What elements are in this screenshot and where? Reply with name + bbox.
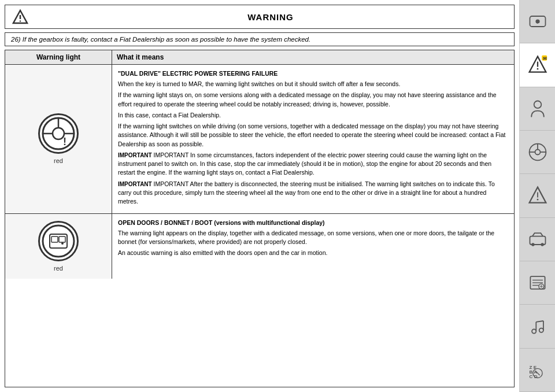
svg-point-41 (532, 330, 536, 334)
warning-light-active-icon: ✉ (527, 54, 548, 75)
sidebar-item-settings-list[interactable] (520, 261, 555, 305)
table-row: red OPEN DOORS / BONNET / BOOT (versions… (5, 214, 514, 279)
car-info-icon: i (527, 11, 548, 32)
row2-title: OPEN DOORS / BONNET / BOOT (versions wit… (118, 219, 508, 227)
svg-line-45 (536, 321, 543, 322)
door-warning-icon (38, 221, 79, 261)
main-content: WARNING 26) If the gearbox is faulty, co… (0, 0, 519, 392)
sidebar-item-warning-light[interactable]: ✉ (520, 43, 555, 87)
icon-label-2: red (54, 265, 63, 272)
warning-title: WARNING (34, 12, 507, 22)
steering-icon (527, 142, 548, 162)
svg-point-42 (539, 328, 543, 332)
sidebar: i ✉ (519, 0, 555, 392)
warning-table: Warning light What it means ! red (5, 50, 515, 387)
row1-p5: IMPORTANT IMPORTANT In some circumstance… (118, 151, 508, 177)
settings-list-icon (527, 272, 548, 293)
icon-cell-1: ! red (5, 65, 112, 213)
sidebar-item-person[interactable] (520, 87, 555, 131)
svg-point-13 (61, 242, 64, 245)
sidebar-item-car-tools[interactable] (520, 218, 555, 261)
alphabet-icon: Z E B A C D (527, 360, 548, 380)
notice-box: 26) If the gearbox is faulty, contact a … (5, 32, 515, 46)
svg-point-9 (43, 225, 74, 257)
car-tools-icon (527, 229, 548, 250)
triangle-warning-icon (527, 185, 548, 206)
icon-label-1: red (54, 157, 63, 164)
row1-p2: If the warning light stays on, on some v… (118, 91, 508, 108)
svg-rect-12 (59, 236, 65, 242)
sidebar-item-alphabet[interactable]: Z E B A C D (520, 349, 555, 392)
music-icon (527, 316, 548, 336)
person-icon (527, 98, 548, 119)
icon-cell-2: red (5, 214, 112, 279)
svg-point-2 (20, 20, 21, 21)
notice-text: 26) If the gearbox is faulty, contact a … (11, 36, 310, 43)
row1-p6: IMPORTANT IMPORTANT After the battery is… (118, 180, 508, 206)
warning-triangle-icon (12, 9, 28, 25)
svg-text:!: ! (63, 136, 66, 147)
steering-warning-icon: ! (38, 113, 79, 154)
svg-point-32 (531, 243, 534, 246)
svg-point-19 (536, 68, 538, 70)
svg-rect-11 (51, 236, 58, 242)
svg-point-4 (53, 128, 64, 139)
row1-title: "DUAL DRIVE" ELECTRIC POWER STEERING FAI… (118, 69, 508, 78)
warning-header: WARNING (5, 5, 515, 29)
row1-p3: In this case, contact a Fiat Dealership. (118, 111, 508, 120)
important-label-2: IMPORTANT (118, 181, 153, 187)
svg-text:✉: ✉ (543, 56, 547, 61)
svg-point-22 (534, 101, 541, 108)
table-header: Warning light What it means (5, 50, 514, 65)
col-warning-header: Warning light (5, 50, 112, 64)
row2-p2: An acoustic warning is also emitted with… (118, 249, 508, 257)
svg-point-24 (535, 150, 540, 155)
row1-p1: When the key is turned to MAR, the warni… (118, 80, 508, 88)
svg-point-30 (536, 199, 538, 201)
sidebar-item-music[interactable] (520, 305, 555, 348)
sidebar-item-car-info[interactable]: i (520, 0, 555, 43)
table-row: ! red "DUAL DRIVE" ELECTRIC POWER STEERI… (5, 65, 514, 214)
svg-point-33 (541, 243, 543, 246)
text-cell-2: OPEN DOORS / BONNET / BOOT (versions wit… (112, 214, 514, 279)
sidebar-item-steering[interactable] (520, 131, 555, 174)
row1-important-1: IMPORTANT In some circumstances, factors… (118, 151, 491, 176)
col-meaning-header: What it means (112, 50, 514, 64)
row1-important-2: IMPORTANT After the battery is disconnec… (118, 180, 495, 205)
sidebar-item-triangle-warning[interactable] (520, 174, 555, 217)
row2-p1: The warning light appears on the display… (118, 229, 508, 246)
text-cell-1: "DUAL DRIVE" ELECTRIC POWER STEERING FAI… (112, 65, 514, 213)
row1-p4: If the warning light switches on while d… (118, 122, 508, 149)
important-label-1: IMPORTANT (118, 152, 153, 158)
svg-text:i: i (536, 20, 538, 25)
